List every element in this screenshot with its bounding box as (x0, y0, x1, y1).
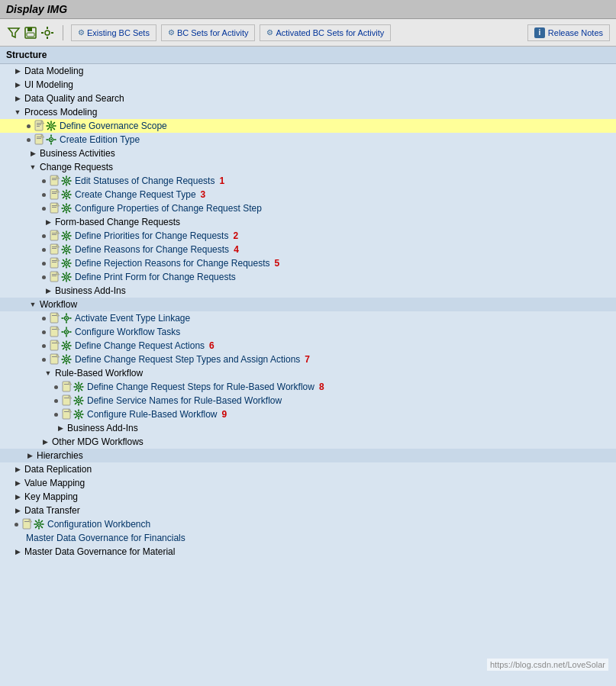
filter-icon[interactable] (6, 25, 21, 40)
doc-icon-configure-wf (50, 326, 60, 338)
svg-point-88 (78, 386, 79, 388)
bullet-activate (42, 317, 46, 320)
tree-row-hierarchies[interactable]: ▶ Hierarchies (0, 449, 616, 462)
expand-key-mapping[interactable]: ▶ (12, 491, 23, 502)
expand-master-data-material[interactable]: ▶ (12, 546, 23, 557)
svg-rect-23 (52, 178, 56, 179)
bullet-edit-statuses (42, 179, 46, 183)
expand-data-replication[interactable]: ▶ (12, 464, 23, 475)
tree-row-business-add-ins-2[interactable]: ▶ Business Add-Ins (0, 421, 616, 435)
bullet-print (42, 275, 46, 279)
tree-row-create-change-request[interactable]: Create Change Request Type 3 (0, 188, 616, 201)
tree-row-define-rejection[interactable]: Define Rejection Reasons for Change Requ… (0, 256, 616, 270)
tree-row-define-governance[interactable]: Define Governance Scope (0, 119, 616, 133)
svg-rect-30 (52, 193, 56, 194)
svg-rect-47 (52, 246, 56, 247)
release-notes-btn[interactable]: i Release Notes (527, 24, 610, 41)
tree-row-configure-workflow[interactable]: Configure Workflow Tasks (0, 325, 616, 339)
expand-other-mdg[interactable]: ▶ (40, 436, 50, 447)
tree-row-form-based[interactable]: ▶ Form-based Change Requests (0, 215, 616, 229)
icons-service-names (62, 395, 84, 407)
tree-row-master-data-financials[interactable]: Master Data Governance for Financials (0, 531, 616, 545)
tree-row-define-cr-step-types[interactable]: Define Change Request Step Types and Ass… (0, 353, 616, 366)
tree-row-define-priorities[interactable]: Define Priorities for Change Requests 2 (0, 229, 616, 243)
expand-change-requests[interactable]: ▼ (27, 162, 38, 172)
rule-based-label: Rule-Based Workflow (55, 368, 143, 378)
expand-data-quality[interactable]: ▶ (12, 93, 23, 104)
tree-row-create-edition[interactable]: Create Edition Type (0, 133, 616, 147)
tree-row-configure-rule-based[interactable]: Configure Rule-Based Workflow 9 (0, 407, 616, 421)
tree-row-data-modeling[interactable]: ▶ Data Modeling (0, 64, 616, 78)
expand-form-based[interactable]: ▶ (43, 217, 53, 227)
settings-icon[interactable] (40, 25, 55, 40)
structure-header: Structure (0, 47, 616, 64)
icons-print (50, 271, 72, 283)
bullet-priorities (42, 234, 46, 238)
tree-row-change-requests[interactable]: ▼ Change Requests (0, 160, 616, 174)
tree-row-other-mdg[interactable]: ▶ Other MDG Workflows (0, 435, 616, 449)
tree-row-define-print[interactable]: Define Print Form for Change Requests (0, 270, 616, 284)
business-add-ins-2-label: Business Add-Ins (67, 423, 138, 433)
tree-row-define-cr-actions[interactable]: Define Change Request Actions 6 (0, 339, 616, 353)
gear-icon-cr-step-types (61, 354, 72, 365)
expand-business-activities[interactable]: ▶ (27, 148, 38, 159)
expand-process-modeling[interactable]: ▼ (12, 107, 23, 118)
tree-row-business-add-ins-1[interactable]: ▶ Business Add-Ins (0, 284, 616, 298)
define-governance-label: Define Governance Scope (60, 121, 167, 131)
bc-sets-activity-btn[interactable]: ⚙ BC Sets for Activity (161, 24, 256, 41)
tree-row-define-cr-steps-rule[interactable]: Define Change Request Steps for Rule-Bas… (0, 380, 616, 394)
icons-cr-step-types (50, 353, 72, 366)
expand-hierarchies[interactable]: ▶ (24, 450, 35, 461)
save-icon[interactable] (23, 25, 38, 40)
tree-row-data-quality[interactable]: ▶ Data Quality and Search (0, 92, 616, 105)
tree-row-configure-properties[interactable]: Configure Properties of Change Request S… (0, 201, 616, 215)
tree-row-edit-statuses[interactable]: Edit Statuses of Change Requests 1 (0, 174, 616, 188)
title-text: Display IMG (6, 3, 67, 15)
svg-rect-54 (52, 262, 56, 262)
tree-row-business-activities[interactable]: ▶ Business Activities (0, 147, 616, 160)
svg-point-78 (66, 345, 67, 346)
tree-row-workflow[interactable]: ▼ Workflow (0, 298, 616, 311)
gear-icon-configure (61, 203, 72, 214)
expand-workflow[interactable]: ▼ (27, 299, 38, 310)
svg-rect-12 (37, 126, 40, 127)
existing-bc-sets-btn[interactable]: ⚙ Existing BC Sets (71, 24, 156, 41)
tree-row-process-modeling[interactable]: ▼ Process Modeling (0, 105, 616, 119)
icons-governance (34, 120, 56, 132)
expand-ui-modeling[interactable]: ▶ (12, 79, 23, 90)
cr-steps-rule-number: 8 (319, 382, 324, 392)
tree-row-ui-modeling[interactable]: ▶ UI Modeling (0, 78, 616, 92)
tree-row-define-reasons[interactable]: Define Reasons for Change Requests 4 (0, 243, 616, 256)
activated-bc-sets-btn[interactable]: ⚙ Activated BC Sets for Activity (260, 24, 391, 41)
svg-rect-65 (52, 315, 56, 316)
tree-row-key-mapping[interactable]: ▶ Key Mapping (0, 490, 616, 504)
gear-icon-cr-steps-rule (73, 382, 84, 392)
doc-icon-edition (34, 134, 45, 146)
master-data-financials-label: Master Data Governance for Financials (26, 533, 185, 543)
tree-row-data-replication[interactable]: ▶ Data Replication (0, 462, 616, 476)
expand-add-ins-1[interactable]: ▶ (43, 285, 53, 296)
svg-point-51 (66, 249, 67, 250)
tree-row-config-workbench[interactable]: Configuration Workbench (0, 517, 616, 531)
tree-row-activate-event[interactable]: Activate Event Type Linkage (0, 311, 616, 325)
form-based-label: Form-based Change Requests (55, 217, 180, 227)
tree-area[interactable]: ▶ Data Modeling ▶ UI Modeling ▶ Data Qua… (0, 64, 616, 686)
expand-add-ins-2[interactable]: ▶ (55, 423, 66, 433)
tree-row-value-mapping[interactable]: ▶ Value Mapping (0, 476, 616, 490)
value-mapping-label: Value Mapping (24, 478, 85, 488)
svg-rect-8 (51, 32, 53, 34)
svg-rect-100 (24, 521, 29, 522)
expand-value-mapping[interactable]: ▶ (12, 478, 23, 488)
tree-row-master-data-material[interactable]: ▶ Master Data Governance for Material (0, 545, 616, 559)
activated-bc-icon: ⚙ (266, 28, 273, 37)
tree-row-data-transfer[interactable]: ▶ Data Transfer (0, 504, 616, 517)
icons-edition (34, 134, 56, 146)
bc-sets-activity-label: BC Sets for Activity (177, 28, 249, 37)
svg-rect-80 (52, 356, 56, 357)
tree-row-rule-based[interactable]: ▼ Rule-Based Workflow (0, 366, 616, 380)
expand-rule-based[interactable]: ▼ (43, 368, 53, 378)
expand-data-modeling[interactable]: ▶ (12, 66, 23, 76)
expand-data-transfer[interactable]: ▶ (12, 505, 23, 516)
tree-row-define-service-names[interactable]: Define Service Names for Rule-Based Work… (0, 394, 616, 407)
icons-cr-actions (50, 340, 72, 352)
